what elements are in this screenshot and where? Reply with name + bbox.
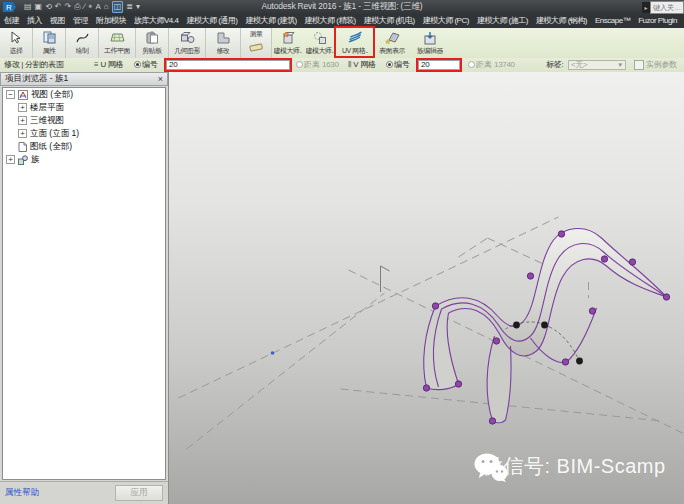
surface-representation-button[interactable]: 表面表示 xyxy=(374,28,410,58)
expand-icon[interactable]: + xyxy=(6,155,15,164)
uv-grid-icon xyxy=(347,30,363,45)
u-distance-label: 距离 xyxy=(304,59,319,70)
properties-button[interactable]: 属性 xyxy=(33,28,65,58)
tab-bim-master-pc[interactable]: 建模大师 (PC) xyxy=(419,14,473,28)
tab-bim-master-construction[interactable]: 建模大师 (施工) xyxy=(473,14,532,28)
tab-manage[interactable]: 管理 xyxy=(69,14,92,28)
tab-fuzor[interactable]: Fuzor Plugin xyxy=(634,14,681,28)
project-browser-title: 项目浏览器 - 族1 xyxy=(5,73,68,85)
chevron-down-icon: ▼ xyxy=(617,62,623,68)
workplane-button[interactable]: 工作平面 xyxy=(99,28,135,58)
tag-label: 标签: xyxy=(546,58,563,71)
ribbon: 选择 属性 绘制 工作平面 剪贴板 几何图形 修改 xyxy=(0,28,684,58)
bim-master-cube-icon xyxy=(281,30,295,45)
clipboard-button[interactable]: 剪贴板 xyxy=(136,28,168,58)
u-grid-label: U 网格 xyxy=(100,59,123,70)
clipboard-icon xyxy=(146,30,158,45)
mode-label: 修改 | 分割的表面 xyxy=(4,58,64,71)
apply-button[interactable]: 应用 xyxy=(115,485,163,501)
tree-item-3d-views[interactable]: + 三维视图 xyxy=(3,114,165,127)
tag-combo[interactable]: <无>▼ xyxy=(568,60,626,70)
contextual-panel: 建模大师.. 建模大师.. UV 网格.. 表面表示 族编辑器 xyxy=(272,28,684,58)
drawing-area[interactable]: 微信号: BIM-Scamp xyxy=(168,72,684,504)
v-number-label: 编号 xyxy=(394,59,409,70)
sync-icon[interactable]: ⟲ xyxy=(45,2,52,12)
bim-master-spheres-icon xyxy=(313,30,327,45)
tab-enscape[interactable]: Enscape™ xyxy=(591,14,634,28)
svg-text:R: R xyxy=(6,3,12,12)
tree-item-families[interactable]: + 族 xyxy=(3,153,165,166)
measure-icon xyxy=(249,39,263,57)
family-icon xyxy=(18,155,28,165)
tree-item-views[interactable]: − 视图 (全部) xyxy=(3,88,165,101)
infocenter-search-input[interactable]: 键入关… xyxy=(650,1,684,14)
3d-view-icon[interactable]: ⌂ xyxy=(104,2,109,12)
v-distance-radio[interactable] xyxy=(468,61,475,68)
tab-create[interactable]: 创建 xyxy=(0,14,23,28)
tab-bim-master-finish[interactable]: 建模大师 (精装) xyxy=(301,14,360,28)
project-browser-titlebar[interactable]: 项目浏览器 - 族1 × xyxy=(0,72,168,86)
save-icon[interactable]: ▣ xyxy=(35,2,43,12)
origin-point[interactable] xyxy=(271,351,275,355)
tab-view[interactable]: 视图 xyxy=(46,14,69,28)
v-number-input[interactable]: 20 xyxy=(418,60,460,70)
title-bar: R ▤ ▣ ⟲ ↶ ↷ ⎙ ∕ ⌖ A ⌂ ◫ ≣ ▾ Autodesk Rev… xyxy=(0,0,684,14)
ribbon-tab-bar: 创建 插入 视图 管理 附加模块 族库大师V4.4 建模大师 (通用) 建模大师… xyxy=(0,14,684,28)
modify-button[interactable]: 修改 xyxy=(206,28,240,58)
geometry-button[interactable]: 几何图形 xyxy=(169,28,205,58)
v-distance-value: 13740 xyxy=(494,60,515,69)
family-editor-button[interactable]: 族编辑器 xyxy=(410,28,450,58)
instance-param-label: 实例参数 xyxy=(646,59,677,70)
load-into-project-icon xyxy=(423,30,437,45)
thin-lines-icon[interactable]: ≣ xyxy=(126,2,133,12)
tree-item-elevations[interactable]: + 立面 (立面 1) xyxy=(3,127,165,140)
section-icon[interactable]: ◫ xyxy=(112,1,124,13)
bim-master-button-1[interactable]: 建模大师.. xyxy=(272,28,304,58)
u-distance-radio[interactable] xyxy=(296,61,303,68)
undo-icon[interactable]: ↶ xyxy=(55,2,62,12)
properties-footer: 属性帮助 应用 xyxy=(0,481,168,504)
project-browser-tree[interactable]: − 视图 (全部) + 楼层平面 + 三维视图 + 立面 (立面 1) 图纸 (… xyxy=(2,87,166,480)
watermark-text: 微信号: BIM-Scamp xyxy=(483,453,666,480)
v-number-radio[interactable] xyxy=(386,61,393,68)
redo-icon[interactable]: ↷ xyxy=(65,2,72,12)
properties-help-link[interactable]: 属性帮助 xyxy=(5,487,39,499)
tab-addins[interactable]: 附加模块 xyxy=(92,14,130,28)
measure-tool-icon[interactable]: ∕ xyxy=(84,2,85,12)
expand-icon[interactable]: + xyxy=(18,103,27,112)
tree-item-floor-plans[interactable]: + 楼层平面 xyxy=(3,101,165,114)
tab-insert[interactable]: 插入 xyxy=(23,14,46,28)
draw-button[interactable]: 绘制 xyxy=(66,28,98,58)
close-icon[interactable]: × xyxy=(158,74,163,84)
print-icon[interactable]: ⎙ xyxy=(74,2,80,12)
infocenter-arrow-icon[interactable]: ▸ xyxy=(642,2,650,13)
tab-bim-master-arch[interactable]: 建模大师 (建筑) xyxy=(242,14,301,28)
expand-icon[interactable]: + xyxy=(18,116,27,125)
u-grid-icon: ≡ xyxy=(94,60,98,69)
qat-dropdown-icon[interactable]: ▾ xyxy=(136,2,140,12)
tab-bim-master-mep[interactable]: 建模大师 (机电) xyxy=(360,14,419,28)
tab-bim-master-steel[interactable]: 建模大师 (钢构) xyxy=(532,14,591,28)
revit-app-menu-icon[interactable]: R xyxy=(0,0,20,14)
u-number-radio[interactable] xyxy=(134,61,141,68)
collapse-icon[interactable]: − xyxy=(6,90,15,99)
tag-icon[interactable]: ⌖ xyxy=(88,2,93,12)
tab-family-master[interactable]: 族库大师V4.4 xyxy=(130,14,182,28)
bim-master-button-2[interactable]: 建模大师.. xyxy=(304,28,336,58)
modify-icon xyxy=(216,30,230,45)
workplane-icon xyxy=(110,30,125,45)
tab-bim-master-general[interactable]: 建模大师 (通用) xyxy=(182,14,241,28)
v-distance-label: 距离 xyxy=(476,59,491,70)
instance-param-checkbox[interactable] xyxy=(634,60,644,70)
expand-icon[interactable]: + xyxy=(18,129,27,138)
text-icon[interactable]: A xyxy=(96,2,101,12)
tree-item-sheets[interactable]: 图纸 (全部) xyxy=(3,140,165,153)
u-number-input[interactable]: 20 xyxy=(166,60,290,70)
revit-window: R ▤ ▣ ⟲ ↶ ↷ ⎙ ∕ ⌖ A ⌂ ◫ ≣ ▾ Autodesk Rev… xyxy=(0,0,684,504)
uv-grid-button[interactable]: UV 网格.. xyxy=(336,28,374,58)
open-icon[interactable]: ▤ xyxy=(24,2,32,12)
select-button[interactable]: 选择 xyxy=(0,28,32,58)
v-grid-icon: ⦀ xyxy=(348,60,351,70)
options-bar: 修改 | 分割的表面 ≡ U 网格 编号 20 距离 1630 ⦀ V 网格 编… xyxy=(0,58,684,73)
measure-panel[interactable]: 测量 xyxy=(241,28,272,58)
